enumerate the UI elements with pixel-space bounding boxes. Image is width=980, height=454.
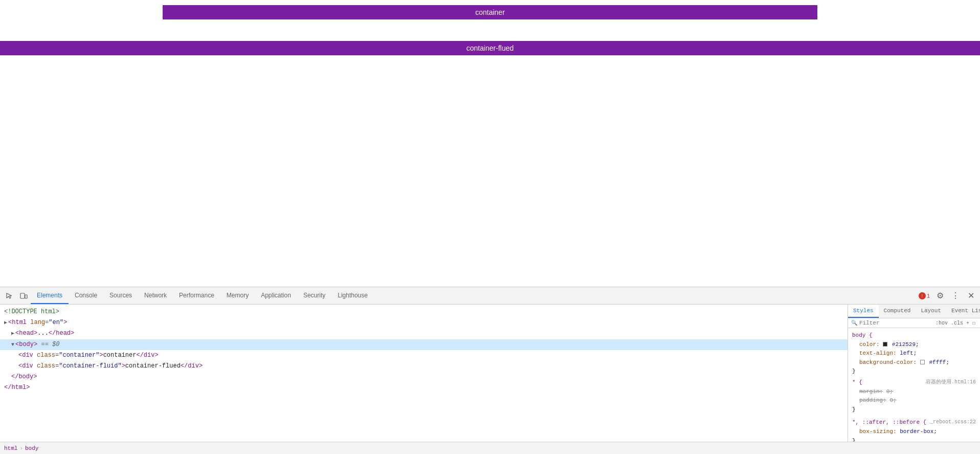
container-element: container [163,5,817,19]
browser-viewport: container container-flued [0,0,980,287]
container-fluid-element: container-flued [0,41,980,55]
